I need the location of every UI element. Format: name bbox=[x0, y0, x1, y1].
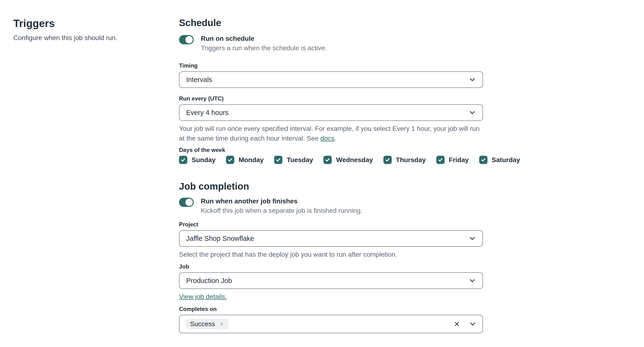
help-suffix: . bbox=[334, 135, 336, 142]
day-label: Monday bbox=[238, 156, 264, 164]
day-label: Saturday bbox=[492, 156, 520, 164]
multiselect-actions bbox=[454, 321, 476, 328]
checkbox-checked-icon bbox=[274, 156, 282, 164]
checkbox-checked-icon bbox=[226, 156, 234, 164]
timing-label: Timing bbox=[179, 62, 483, 69]
job-field: Job Production Job View job details. bbox=[179, 263, 483, 301]
schedule-heading: Schedule bbox=[179, 17, 483, 28]
days-of-week-row: Sunday Monday Tuesday bbox=[179, 156, 483, 164]
day-label: Tuesday bbox=[287, 156, 313, 164]
day-checkbox-saturday[interactable]: Saturday bbox=[479, 156, 520, 164]
day-checkbox-monday[interactable]: Monday bbox=[226, 156, 264, 164]
checkbox-checked-icon bbox=[479, 156, 488, 164]
project-select-value: Jaffle Shop Snowflake bbox=[186, 235, 254, 243]
completes-on-field: Completes on Success bbox=[179, 306, 483, 333]
page-title: Triggers bbox=[13, 17, 160, 29]
chevron-down-icon[interactable] bbox=[469, 321, 476, 328]
job-select-value: Production Job bbox=[186, 277, 232, 285]
run-on-schedule-toggle[interactable] bbox=[179, 35, 194, 44]
run-when-job-finishes-row: Run when another job finishes Kickoff th… bbox=[179, 197, 483, 215]
remove-chip-icon[interactable] bbox=[219, 322, 224, 326]
days-of-week-label: Days of the week bbox=[179, 146, 483, 153]
day-checkbox-wednesday[interactable]: Wednesday bbox=[324, 156, 373, 164]
run-on-schedule-row: Run on schedule Triggers a run when the … bbox=[179, 35, 483, 52]
completes-on-multiselect[interactable]: Success bbox=[179, 315, 483, 333]
view-job-details-link[interactable]: View job details. bbox=[179, 293, 227, 301]
timing-select[interactable]: Intervals bbox=[179, 71, 483, 88]
toggle-text: Run when another job finishes Kickoff th… bbox=[201, 197, 362, 215]
success-chip-label: Success bbox=[190, 320, 215, 328]
day-checkbox-sunday[interactable]: Sunday bbox=[179, 156, 216, 164]
checkbox-checked-icon bbox=[179, 156, 187, 164]
day-label: Sunday bbox=[192, 156, 216, 164]
checkbox-checked-icon bbox=[324, 156, 332, 164]
timing-field: Timing Intervals bbox=[179, 62, 483, 88]
project-help: Select the project that has the deploy j… bbox=[179, 250, 483, 259]
selected-values: Success bbox=[186, 319, 228, 330]
day-label: Wednesday bbox=[336, 156, 373, 164]
clear-all-icon[interactable] bbox=[454, 321, 460, 327]
chevron-down-icon bbox=[469, 76, 476, 83]
toggle-knob bbox=[186, 199, 193, 206]
run-on-schedule-description: Triggers a run when the schedule is acti… bbox=[201, 44, 327, 52]
chevron-down-icon bbox=[469, 235, 476, 242]
day-checkbox-tuesday[interactable]: Tuesday bbox=[274, 156, 313, 164]
run-every-select-value: Every 4 hours bbox=[186, 109, 228, 117]
job-label: Job bbox=[179, 263, 483, 270]
run-when-job-finishes-description: Kickoff this job when a separate job is … bbox=[201, 207, 362, 215]
run-when-job-finishes-label: Run when another job finishes bbox=[201, 197, 362, 205]
chevron-down-icon bbox=[469, 277, 476, 284]
run-when-job-finishes-toggle[interactable] bbox=[179, 198, 194, 207]
days-of-week-field: Days of the week Sunday Monday bbox=[179, 146, 483, 164]
run-every-help: Your job will run once every specified i… bbox=[179, 124, 483, 143]
completes-on-label: Completes on bbox=[179, 306, 483, 312]
project-select[interactable]: Jaffle Shop Snowflake bbox=[179, 230, 483, 247]
triggers-form: Schedule Run on schedule Triggers a run … bbox=[179, 17, 483, 333]
checkbox-checked-icon bbox=[436, 156, 444, 164]
triggers-settings-page: Triggers Configure when this job should … bbox=[0, 0, 644, 347]
section-intro: Triggers Configure when this job should … bbox=[13, 17, 160, 42]
chevron-down-icon bbox=[469, 109, 476, 116]
project-field: Project Jaffle Shop Snowflake Select the… bbox=[179, 221, 483, 259]
day-label: Thursday bbox=[396, 156, 426, 164]
run-every-field: Run every (UTC) Every 4 hours Your job w… bbox=[179, 95, 483, 143]
success-chip: Success bbox=[186, 319, 228, 330]
job-completion-heading: Job completion bbox=[179, 181, 483, 192]
toggle-text: Run on schedule Triggers a run when the … bbox=[201, 35, 327, 52]
run-every-label: Run every (UTC) bbox=[179, 95, 483, 102]
timing-select-value: Intervals bbox=[186, 76, 212, 84]
day-label: Friday bbox=[449, 156, 469, 164]
job-select[interactable]: Production Job bbox=[179, 272, 483, 289]
run-on-schedule-label: Run on schedule bbox=[201, 35, 327, 43]
day-checkbox-thursday[interactable]: Thursday bbox=[384, 156, 426, 164]
checkbox-checked-icon bbox=[384, 156, 392, 164]
toggle-knob bbox=[186, 36, 193, 43]
page-subtitle: Configure when this job should run. bbox=[13, 34, 160, 42]
docs-link[interactable]: docs bbox=[320, 135, 334, 142]
day-checkbox-friday[interactable]: Friday bbox=[436, 156, 469, 164]
run-every-select[interactable]: Every 4 hours bbox=[179, 104, 483, 121]
project-label: Project bbox=[179, 221, 483, 228]
